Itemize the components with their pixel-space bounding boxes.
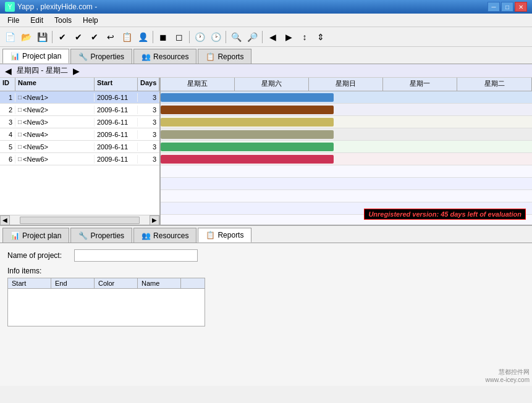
- gantt-bar-2[interactable]: [161, 106, 334, 114]
- paste-button[interactable]: 📋: [119, 30, 134, 44]
- tab-resources-bottom[interactable]: 👥 Resources: [133, 228, 196, 243]
- gantt-row: [161, 91, 532, 104]
- task-days: 3: [138, 106, 159, 114]
- expand-button[interactable]: ↕: [297, 30, 312, 44]
- project-plan-label-top: Project plan: [22, 52, 61, 60]
- nav-prev-button[interactable]: ◀: [2, 66, 14, 76]
- table-row[interactable]: 2 □<New2> 2009-6-11 3: [0, 104, 159, 116]
- menu-tools[interactable]: Tools: [49, 15, 77, 26]
- next-button[interactable]: ▶: [281, 30, 296, 44]
- bottom-content: Name of project: Info items: Start End C…: [0, 243, 532, 386]
- gantt-row: [161, 141, 532, 153]
- scrollbar-track[interactable]: [20, 217, 140, 224]
- task-name: □<New2>: [15, 106, 95, 114]
- task-start: 2009-6-11: [95, 106, 138, 114]
- clock1-button[interactable]: 🕐: [192, 30, 207, 44]
- table-row[interactable]: 4 □<New4> 2009-6-11 3: [0, 128, 159, 141]
- check3-button[interactable]: ✔: [87, 30, 102, 44]
- properties-icon-bottom: 🔧: [78, 231, 88, 240]
- watermark-text: Unregistered version: 45 days left of ev…: [364, 209, 526, 220]
- bottom-section: 📊 Project plan 🔧 Properties 👥 Resources …: [0, 226, 532, 386]
- project-plan-icon-bottom: 📊: [11, 231, 20, 240]
- gantt-bar-3[interactable]: [161, 118, 334, 127]
- info-table-body: [8, 289, 205, 326]
- info-table: Start End Color Name: [7, 278, 205, 326]
- menu-edit[interactable]: Edit: [25, 15, 48, 26]
- project-name-input[interactable]: [74, 249, 198, 262]
- tab-properties-bottom[interactable]: 🔧 Properties: [70, 228, 132, 243]
- task-start: 2009-6-11: [95, 130, 138, 139]
- main-content: 📊 Project plan 🔧 Properties 👥 Resources …: [0, 47, 532, 386]
- clock2-button[interactable]: 🕑: [208, 30, 223, 44]
- info-th-start: Start: [8, 278, 51, 288]
- tab-properties-top[interactable]: 🔧 Properties: [70, 49, 132, 64]
- task-days: 3: [138, 155, 159, 164]
- task-start: 2009-6-11: [95, 143, 138, 151]
- task-days: 3: [138, 93, 159, 102]
- scroll-left-button[interactable]: ◀: [0, 215, 10, 225]
- resources-icon-bottom: 👥: [141, 231, 151, 240]
- task-id: 2: [0, 106, 15, 114]
- title-bar: Y Yapp , plexityHide.com - ─ □ ✕: [0, 0, 532, 14]
- gantt-bar-4[interactable]: [161, 130, 334, 139]
- collapse-button[interactable]: ⇕: [313, 30, 328, 44]
- prev-button[interactable]: ◀: [265, 30, 280, 44]
- gantt-bar-1[interactable]: [161, 93, 334, 102]
- check2-button[interactable]: ✔: [71, 30, 86, 44]
- check1-button[interactable]: ✔: [55, 30, 70, 44]
- tab-project-plan-bottom[interactable]: 📊 Project plan: [2, 228, 69, 243]
- maximize-button[interactable]: □: [501, 2, 513, 12]
- minimize-button[interactable]: ─: [488, 2, 500, 12]
- task-start: 2009-6-11: [95, 155, 138, 164]
- tab-project-plan-top[interactable]: 📊 Project plan: [2, 49, 69, 64]
- gantt-container: ID Name Start Days 1 □<New1> 2009-6-11 3…: [0, 78, 532, 225]
- resources-label-top: Resources: [153, 52, 188, 61]
- project-plan-icon-top: 📊: [11, 52, 20, 60]
- nav-next-button[interactable]: ▶: [70, 66, 82, 76]
- reports-label-bottom: Reports: [217, 231, 243, 239]
- gantt-row-empty: [161, 165, 532, 178]
- nav-date-label: 星期四 - 星期二: [17, 65, 68, 76]
- zoom-out-button[interactable]: 🔎: [245, 30, 260, 44]
- tab-resources-top[interactable]: 👥 Resources: [133, 49, 196, 64]
- info-th-name: Name: [138, 278, 181, 288]
- open-button[interactable]: 📂: [19, 30, 33, 44]
- task-start: 2009-6-11: [95, 118, 138, 127]
- info-items-label: Info items:: [7, 267, 525, 275]
- task-name: □<New1>: [15, 93, 95, 102]
- gantt-bar-5[interactable]: [161, 143, 334, 151]
- gantt-chart: 星期五 星期六 星期日 星期一 星期二: [161, 78, 532, 225]
- sep5: [262, 31, 263, 43]
- table-row[interactable]: 3 □<New3> 2009-6-11 3: [0, 116, 159, 128]
- tab-reports-top[interactable]: 📋 Reports: [198, 49, 251, 64]
- menu-file[interactable]: File: [2, 15, 24, 26]
- gantt-col-fri: 星期五: [161, 78, 235, 91]
- gantt-col-sun: 星期日: [309, 78, 383, 91]
- task-scrollbar[interactable]: ◀ ▶: [0, 215, 159, 225]
- task-name: □<New4>: [15, 130, 95, 139]
- tab-reports-bottom[interactable]: 📋 Reports: [198, 228, 251, 243]
- menu-help[interactable]: Help: [78, 15, 103, 26]
- shape1-button[interactable]: ◼: [156, 30, 171, 44]
- task-id: 4: [0, 130, 15, 139]
- table-row[interactable]: 1 □<New1> 2009-6-11 3: [0, 91, 159, 104]
- resources-label-bottom: Resources: [153, 231, 188, 240]
- task-days: 3: [138, 118, 159, 127]
- resource-button[interactable]: 👤: [135, 30, 150, 44]
- logo-text-line1: 慧都控件网: [486, 368, 530, 376]
- save-button[interactable]: 💾: [35, 30, 49, 44]
- close-button[interactable]: ✕: [515, 2, 527, 12]
- gantt-bar-6[interactable]: [161, 155, 334, 164]
- gantt-col-sat: 星期六: [235, 78, 309, 91]
- table-row[interactable]: 6 □<New6> 2009-6-11 3: [0, 153, 159, 165]
- scroll-right-button[interactable]: ▶: [150, 215, 159, 225]
- shape2-button[interactable]: ◻: [172, 30, 187, 44]
- zoom-in-button[interactable]: 🔍: [229, 30, 243, 44]
- th-start: Start: [95, 78, 138, 91]
- new-button[interactable]: 📄: [2, 30, 17, 44]
- table-row[interactable]: 5 □<New5> 2009-6-11 3: [0, 141, 159, 153]
- gantt-row: [161, 128, 532, 141]
- task-days: 3: [138, 130, 159, 139]
- properties-label-top: Properties: [90, 52, 124, 61]
- undo-button[interactable]: ↩: [103, 30, 118, 44]
